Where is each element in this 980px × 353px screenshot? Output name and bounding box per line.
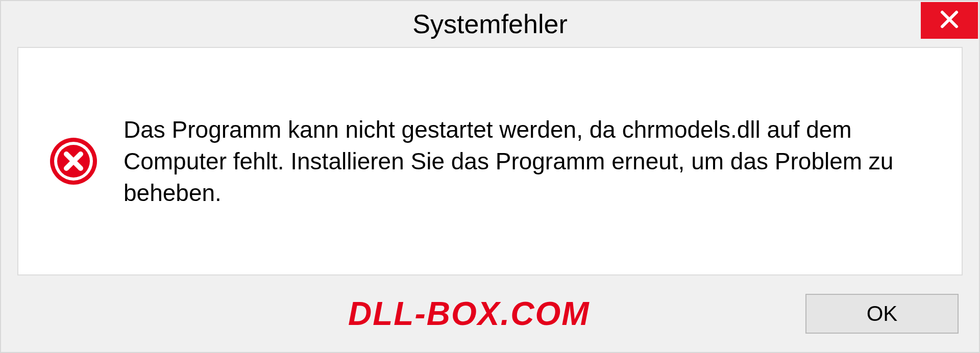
dialog-footer: DLL-BOX.COM OK <box>1 275 979 352</box>
watermark-text: DLL-BOX.COM <box>348 295 590 333</box>
close-button[interactable] <box>921 2 978 39</box>
dialog-title: Systemfehler <box>412 9 567 39</box>
ok-button[interactable]: OK <box>805 294 959 334</box>
close-icon <box>939 9 960 32</box>
content-area: Das Programm kann nicht gestartet werden… <box>17 47 963 275</box>
error-icon <box>49 137 98 186</box>
error-message: Das Programm kann nicht gestartet werden… <box>124 114 931 209</box>
titlebar: Systemfehler <box>1 1 979 47</box>
error-dialog: Systemfehler Das Programm kann nicht ges… <box>0 0 980 353</box>
